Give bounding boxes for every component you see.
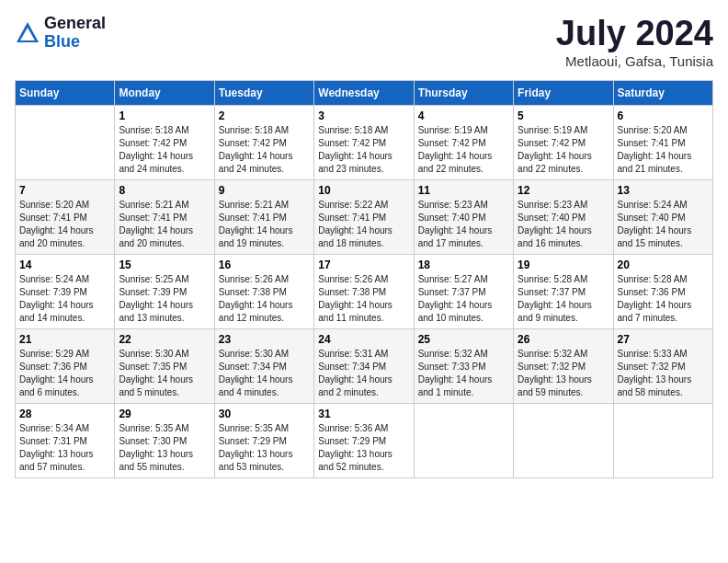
day-number: 24: [318, 333, 409, 346]
day-info: Sunrise: 5:28 AM Sunset: 7:37 PM Dayligh…: [518, 273, 609, 325]
day-number: 16: [219, 259, 310, 271]
calendar-day-cell: [16, 105, 115, 179]
day-info: Sunrise: 5:19 AM Sunset: 7:42 PM Dayligh…: [418, 124, 509, 176]
day-info: Sunrise: 5:24 AM Sunset: 7:40 PM Dayligh…: [618, 199, 709, 250]
calendar-day-cell: 28Sunrise: 5:34 AM Sunset: 7:31 PM Dayli…: [16, 403, 115, 477]
day-info: Sunrise: 5:35 AM Sunset: 7:30 PM Dayligh…: [119, 422, 210, 474]
day-info: Sunrise: 5:22 AM Sunset: 7:41 PM Dayligh…: [318, 199, 409, 250]
day-info: Sunrise: 5:18 AM Sunset: 7:42 PM Dayligh…: [219, 124, 310, 176]
day-info: Sunrise: 5:24 AM Sunset: 7:39 PM Dayligh…: [19, 273, 110, 325]
day-info: Sunrise: 5:32 AM Sunset: 7:32 PM Dayligh…: [518, 348, 609, 399]
title-block: July 2024 Metlaoui, Gafsa, Tunisia: [556, 15, 713, 69]
calendar-day-cell: 6Sunrise: 5:20 AM Sunset: 7:41 PM Daylig…: [613, 105, 712, 179]
calendar-day-cell: 30Sunrise: 5:35 AM Sunset: 7:29 PM Dayli…: [214, 403, 313, 477]
day-number: 26: [518, 333, 609, 346]
calendar-day-cell: 25Sunrise: 5:32 AM Sunset: 7:33 PM Dayli…: [414, 328, 513, 403]
day-number: 11: [418, 184, 509, 197]
calendar-week-row: 1Sunrise: 5:18 AM Sunset: 7:42 PM Daylig…: [16, 105, 713, 179]
calendar-week-row: 21Sunrise: 5:29 AM Sunset: 7:36 PM Dayli…: [16, 328, 713, 403]
day-info: Sunrise: 5:23 AM Sunset: 7:40 PM Dayligh…: [518, 199, 609, 250]
day-info: Sunrise: 5:20 AM Sunset: 7:41 PM Dayligh…: [618, 124, 709, 176]
day-number: 14: [19, 259, 110, 271]
calendar-day-cell: 5Sunrise: 5:19 AM Sunset: 7:42 PM Daylig…: [514, 105, 613, 179]
day-number: 25: [418, 333, 509, 346]
calendar-day-cell: 27Sunrise: 5:33 AM Sunset: 7:32 PM Dayli…: [613, 328, 712, 403]
day-number: 5: [518, 109, 609, 122]
day-number: 8: [119, 184, 210, 197]
calendar-day-cell: 10Sunrise: 5:22 AM Sunset: 7:41 PM Dayli…: [314, 179, 414, 254]
calendar-day-cell: 9Sunrise: 5:21 AM Sunset: 7:41 PM Daylig…: [214, 179, 313, 254]
day-info: Sunrise: 5:28 AM Sunset: 7:36 PM Dayligh…: [618, 273, 709, 325]
day-of-week-header: Tuesday: [214, 80, 313, 105]
calendar-day-cell: 31Sunrise: 5:36 AM Sunset: 7:29 PM Dayli…: [314, 403, 414, 477]
calendar-day-cell: [514, 403, 613, 477]
logo-icon: [15, 20, 40, 46]
day-number: 9: [219, 184, 310, 197]
day-info: Sunrise: 5:30 AM Sunset: 7:34 PM Dayligh…: [219, 348, 310, 399]
calendar-day-cell: 7Sunrise: 5:20 AM Sunset: 7:41 PM Daylig…: [16, 179, 115, 254]
day-info: Sunrise: 5:31 AM Sunset: 7:34 PM Dayligh…: [318, 348, 409, 399]
calendar-day-cell: 8Sunrise: 5:21 AM Sunset: 7:41 PM Daylig…: [115, 179, 214, 254]
calendar-week-row: 14Sunrise: 5:24 AM Sunset: 7:39 PM Dayli…: [16, 254, 713, 328]
day-info: Sunrise: 5:21 AM Sunset: 7:41 PM Dayligh…: [119, 199, 210, 250]
calendar-day-cell: 4Sunrise: 5:19 AM Sunset: 7:42 PM Daylig…: [414, 105, 513, 179]
day-number: 19: [518, 259, 609, 271]
calendar-day-cell: 20Sunrise: 5:28 AM Sunset: 7:36 PM Dayli…: [613, 254, 712, 328]
day-number: 21: [19, 333, 110, 346]
day-number: 6: [618, 109, 709, 122]
calendar-day-cell: [613, 403, 712, 477]
location-subtitle: Metlaoui, Gafsa, Tunisia: [556, 53, 713, 69]
day-info: Sunrise: 5:30 AM Sunset: 7:35 PM Dayligh…: [119, 348, 210, 399]
day-number: 13: [618, 184, 709, 197]
calendar-day-cell: 2Sunrise: 5:18 AM Sunset: 7:42 PM Daylig…: [214, 105, 313, 179]
calendar-day-cell: 3Sunrise: 5:18 AM Sunset: 7:42 PM Daylig…: [314, 105, 414, 179]
day-of-week-header: Sunday: [16, 80, 115, 105]
day-number: 15: [119, 259, 210, 271]
day-number: 27: [618, 333, 709, 346]
calendar-day-cell: 24Sunrise: 5:31 AM Sunset: 7:34 PM Dayli…: [314, 328, 414, 403]
calendar-day-cell: [414, 403, 513, 477]
calendar-day-cell: 19Sunrise: 5:28 AM Sunset: 7:37 PM Dayli…: [514, 254, 613, 328]
calendar-day-cell: 26Sunrise: 5:32 AM Sunset: 7:32 PM Dayli…: [514, 328, 613, 403]
day-number: 1: [119, 109, 210, 122]
day-info: Sunrise: 5:33 AM Sunset: 7:32 PM Dayligh…: [618, 348, 709, 399]
calendar-day-cell: 22Sunrise: 5:30 AM Sunset: 7:35 PM Dayli…: [115, 328, 214, 403]
day-info: Sunrise: 5:32 AM Sunset: 7:33 PM Dayligh…: [418, 348, 509, 399]
day-info: Sunrise: 5:26 AM Sunset: 7:38 PM Dayligh…: [318, 273, 409, 325]
day-of-week-header: Wednesday: [314, 80, 414, 105]
day-info: Sunrise: 5:27 AM Sunset: 7:37 PM Dayligh…: [418, 273, 509, 325]
day-number: 18: [418, 259, 509, 271]
calendar-day-cell: 15Sunrise: 5:25 AM Sunset: 7:39 PM Dayli…: [115, 254, 214, 328]
calendar-day-cell: 14Sunrise: 5:24 AM Sunset: 7:39 PM Dayli…: [16, 254, 115, 328]
day-info: Sunrise: 5:26 AM Sunset: 7:38 PM Dayligh…: [219, 273, 310, 325]
day-number: 29: [119, 408, 210, 420]
calendar-body: 1Sunrise: 5:18 AM Sunset: 7:42 PM Daylig…: [16, 105, 713, 477]
day-info: Sunrise: 5:21 AM Sunset: 7:41 PM Dayligh…: [219, 199, 310, 250]
day-info: Sunrise: 5:19 AM Sunset: 7:42 PM Dayligh…: [518, 124, 609, 176]
calendar-day-cell: 13Sunrise: 5:24 AM Sunset: 7:40 PM Dayli…: [613, 179, 712, 254]
calendar-week-row: 28Sunrise: 5:34 AM Sunset: 7:31 PM Dayli…: [16, 403, 713, 477]
day-number: 2: [219, 109, 310, 122]
calendar-day-cell: 16Sunrise: 5:26 AM Sunset: 7:38 PM Dayli…: [214, 254, 313, 328]
day-info: Sunrise: 5:35 AM Sunset: 7:29 PM Dayligh…: [219, 422, 310, 474]
calendar-day-cell: 1Sunrise: 5:18 AM Sunset: 7:42 PM Daylig…: [115, 105, 214, 179]
day-of-week-header: Monday: [115, 80, 214, 105]
day-info: Sunrise: 5:36 AM Sunset: 7:29 PM Dayligh…: [318, 422, 409, 474]
day-number: 30: [219, 408, 310, 420]
day-number: 17: [318, 259, 409, 271]
day-info: Sunrise: 5:34 AM Sunset: 7:31 PM Dayligh…: [19, 422, 110, 474]
day-number: 22: [119, 333, 210, 346]
day-number: 10: [318, 184, 409, 197]
day-number: 4: [418, 109, 509, 122]
calendar-header-row: SundayMondayTuesdayWednesdayThursdayFrid…: [16, 80, 713, 105]
day-number: 31: [318, 408, 409, 420]
day-of-week-header: Friday: [514, 80, 613, 105]
calendar-day-cell: 23Sunrise: 5:30 AM Sunset: 7:34 PM Dayli…: [214, 328, 313, 403]
calendar-week-row: 7Sunrise: 5:20 AM Sunset: 7:41 PM Daylig…: [16, 179, 713, 254]
page-header: General Blue July 2024 Metlaoui, Gafsa, …: [15, 15, 713, 69]
day-number: 28: [19, 408, 110, 420]
calendar-day-cell: 18Sunrise: 5:27 AM Sunset: 7:37 PM Dayli…: [414, 254, 513, 328]
month-title: July 2024: [556, 15, 713, 53]
calendar-day-cell: 12Sunrise: 5:23 AM Sunset: 7:40 PM Dayli…: [514, 179, 613, 254]
day-info: Sunrise: 5:29 AM Sunset: 7:36 PM Dayligh…: [19, 348, 110, 399]
